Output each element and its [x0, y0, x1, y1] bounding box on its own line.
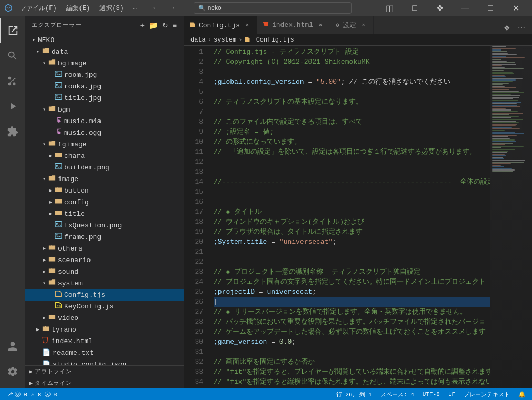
activity-explorer[interactable]: [0, 18, 25, 43]
code-area[interactable]: // Config.tjs - ティラノスクリプト 設定// Copyright…: [209, 46, 490, 388]
code-line[interactable]: // "fit"を指定すると、プレイヤーが閲覧している端末に合わせて自動的に調整…: [214, 367, 490, 377]
tree-item-index.html[interactable]: index.html: [25, 335, 184, 347]
tree-item-chara[interactable]: ▶chara: [25, 150, 184, 162]
tree-item-frame.png[interactable]: frame.png: [25, 231, 184, 243]
bc-system[interactable]: system: [214, 36, 236, 44]
code-line[interactable]: [214, 157, 490, 167]
tree-item-bgimage[interactable]: ▾bgimage: [25, 57, 184, 69]
tree-item-video[interactable]: ▶video: [25, 312, 184, 324]
code-line[interactable]: // ◆ リリースバージョンを数値で指定します。全角・英数字は使用できません。: [214, 307, 490, 317]
menu-edit[interactable]: 編集(E): [62, 3, 95, 14]
code-line[interactable]: // 画面比率を固定にするか否か: [214, 357, 490, 367]
tab-index-html[interactable]: index.html×: [257, 16, 330, 34]
tree-item-system[interactable]: ▾system: [25, 277, 184, 289]
tree-item-button[interactable]: ▶button: [25, 185, 184, 196]
status-bell[interactable]: 🔔: [516, 391, 528, 398]
code-line[interactable]: [214, 197, 490, 207]
search-input[interactable]: [208, 4, 347, 12]
new-folder-button[interactable]: 📁: [148, 20, 159, 31]
timeline-section[interactable]: ▶ タイムライン: [25, 377, 184, 388]
code-line[interactable]: [214, 167, 490, 177]
split-button[interactable]: ❖: [428, 0, 452, 16]
tree-item-builder.png[interactable]: builder.png: [25, 162, 184, 173]
code-line[interactable]: [214, 347, 490, 357]
code-line[interactable]: ;projectID = universecat;: [214, 287, 490, 297]
tab-close-button[interactable]: ×: [243, 21, 252, 29]
activity-settings[interactable]: [0, 359, 25, 384]
tree-item-bgm[interactable]: ▾bgm: [25, 104, 184, 115]
tree-item-sound[interactable]: ▶sound: [25, 266, 184, 277]
tree-item-others[interactable]: ▶others: [25, 243, 184, 254]
tree-item-readme.txt[interactable]: 📄readme.txt: [25, 347, 184, 358]
code-line[interactable]: ;game_version = 0.0;: [214, 337, 490, 347]
code-line[interactable]: // Copyright (C) 2012-2021 ShikemokuMK: [214, 57, 490, 67]
code-line[interactable]: // ウィンドウのキャプション(タイトル)および: [214, 217, 490, 227]
tree-item-music.m4a[interactable]: music.m4a: [25, 115, 184, 127]
status-git[interactable]: ⎇ ⓪ 0 ⚠ 0 Ⓧ 0: [4, 391, 59, 398]
tree-root-neko[interactable]: ▾ NEKO: [25, 34, 184, 46]
tab-settings[interactable]: ⚙設定×: [330, 16, 374, 34]
code-line[interactable]: [214, 187, 490, 197]
tree-item-music.ogg[interactable]: music.ogg: [25, 127, 184, 138]
tree-item-room.jpg[interactable]: room.jpg: [25, 69, 184, 81]
code-line[interactable]: // "fix"を指定すると縦横比率は保たれます。ただし、端末によっては何も表示…: [214, 377, 490, 387]
menu-file[interactable]: ファイル(F): [16, 3, 61, 14]
search-bar[interactable]: 🔍: [194, 2, 352, 14]
status-encoding[interactable]: UTF-8: [420, 391, 442, 397]
code-line[interactable]: // このファイル内で設定できる項目は、すべて: [214, 117, 490, 127]
status-position[interactable]: 行 26, 列 1: [334, 391, 374, 398]
tree-item-rouka.jpg[interactable]: rouka.jpg: [25, 81, 184, 92]
tree-item-KeyConfig.js[interactable]: JSKeyConfig.js: [25, 301, 184, 312]
code-line[interactable]: [214, 257, 490, 267]
code-line[interactable]: // ブラウザの場合は、タイトルに指定されます: [214, 227, 490, 237]
forward-button[interactable]: →: [164, 2, 179, 14]
menu-select[interactable]: 選択(S): [95, 3, 128, 14]
menu-more[interactable]: …: [129, 3, 141, 14]
collapse-button[interactable]: ≡: [172, 20, 178, 31]
code-line[interactable]: //--------------------------------------…: [214, 177, 490, 187]
code-line[interactable]: |: [214, 297, 490, 307]
bc-data[interactable]: data: [190, 36, 206, 44]
status-eol[interactable]: LF: [446, 391, 457, 397]
new-file-button[interactable]: +: [139, 20, 146, 31]
tree-item-image[interactable]: ▾image: [25, 173, 184, 185]
close-button[interactable]: ✕: [504, 0, 528, 16]
code-line[interactable]: // ティラノスクリプトの基本設定になります。: [214, 97, 490, 107]
code-line[interactable]: // Config.tjs - ティラノスクリプト 設定: [214, 47, 490, 57]
tree-item-tyrano[interactable]: ▶tyrano: [25, 324, 184, 335]
maximize-button[interactable]: □: [478, 0, 503, 16]
layout-button[interactable]: ◫: [377, 0, 401, 16]
code-line[interactable]: ;System.title = "universecat";: [214, 237, 490, 247]
back-button[interactable]: ←: [148, 2, 163, 14]
tree-item-fgimage[interactable]: ▾fgimage: [25, 138, 184, 150]
refresh-button[interactable]: ↻: [161, 20, 169, 31]
status-spaces[interactable]: スペース: 4: [378, 391, 416, 398]
tab-close-button[interactable]: ×: [359, 21, 368, 29]
code-line[interactable]: // 「追加の設定」を除いて、設定は各項目につぎ１行で記述する必要があります。: [214, 147, 490, 157]
outline-section[interactable]: ▶ アウトライン: [25, 365, 184, 377]
minimize-button[interactable]: —: [453, 0, 477, 16]
code-line[interactable]: [214, 247, 490, 257]
code-line[interactable]: ;global.config_version = "5.00"; // この行を…: [214, 77, 490, 87]
tree-item-Config.tjs[interactable]: Config.tjs: [25, 289, 184, 301]
code-line[interactable]: // ◆ タイトル: [214, 207, 490, 217]
split-editor-button[interactable]: ❖: [500, 22, 513, 34]
code-line[interactable]: // ;設定名 = 値;: [214, 127, 490, 137]
activity-account[interactable]: [0, 334, 25, 359]
tree-item-title.jpg[interactable]: title.jpg: [25, 92, 184, 104]
code-line[interactable]: // の形式になっています。: [214, 137, 490, 147]
code-line[interactable]: [214, 67, 490, 77]
tree-item-ExQuestion.png[interactable]: ExQuestion.png: [25, 219, 184, 231]
status-language[interactable]: プレーンテキスト: [461, 391, 512, 398]
code-line[interactable]: [214, 87, 490, 97]
code-line[interactable]: // パッチ機能において重要な役割を果たします。バッチファイルで指定されたバージ…: [214, 317, 490, 327]
tree-item-scenario[interactable]: ▶scenario: [25, 254, 184, 266]
tab-config-tjs[interactable]: Config.tjs×: [184, 16, 257, 34]
activity-search[interactable]: [0, 43, 25, 68]
code-line[interactable]: // ゲームをアップデートした場合、必ず以下の数値を上げておくことをオススメしま…: [214, 327, 490, 337]
activity-extensions[interactable]: [0, 119, 25, 144]
tree-item-data[interactable]: ▾data: [25, 46, 184, 57]
tree-item-studio_config.ison[interactable]: 📄studio_config.ison: [25, 358, 184, 365]
activity-git[interactable]: [0, 68, 25, 94]
panel-button[interactable]: □: [403, 0, 427, 16]
